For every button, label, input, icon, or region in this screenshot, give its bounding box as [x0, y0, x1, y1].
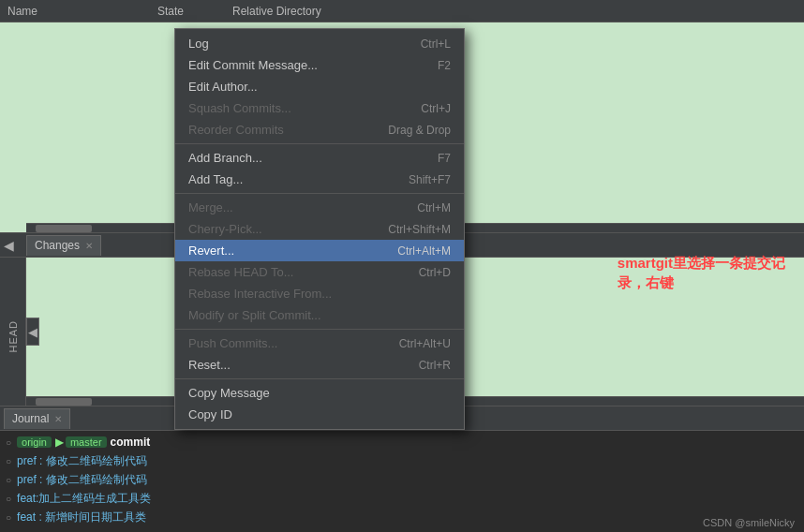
menu-item-rebase-head: Rebase HEAD To... Ctrl+D — [175, 261, 464, 283]
menu-item-reset[interactable]: Reset... Ctrl+R — [175, 354, 464, 376]
bullet-1: ○ — [6, 456, 11, 466]
menu-item-revert[interactable]: Revert... Ctrl+Alt+M — [175, 240, 464, 261]
menu-item-rebase-interactive: Rebase Interactive From... — [175, 283, 464, 304]
row4-text: feat : 新增时间日期工具类 — [17, 510, 146, 525]
watermark: CSDN @smileNicky — [703, 517, 795, 528]
menu-item-reorder: Reorder Commits Drag & Drop — [175, 119, 464, 140]
menu-item-copy-message[interactable]: Copy Message — [175, 382, 464, 404]
journal-row-4: ○ feat : 新增时间日期工具类 — [0, 508, 804, 526]
sep4 — [175, 378, 464, 379]
menu-item-copy-id[interactable]: Copy ID — [175, 404, 464, 425]
expand-handle[interactable]: ◀ — [26, 318, 39, 346]
sep1 — [175, 143, 464, 144]
journal-tab-close[interactable]: ✕ — [54, 414, 62, 424]
row1-text: pref : 修改二维码绘制代码 — [17, 453, 147, 469]
menu-item-add-branch[interactable]: Add Branch... F7 — [175, 147, 464, 169]
menu-item-log[interactable]: Log Ctrl+L — [175, 33, 464, 54]
col-state-header: State — [157, 5, 232, 18]
head-label: HEAD — [7, 320, 19, 353]
menu-item-modify-split: Modify or Split Commit... — [175, 304, 464, 326]
annotation-text: smartgit里选择一条提交记 录，右键 — [618, 253, 785, 292]
sep3 — [175, 329, 464, 330]
changes-hscroll-thumb[interactable] — [36, 398, 92, 406]
journal-row-0: ○ origin ▶ master commit — [0, 433, 804, 451]
branch-arrow: ▶ — [55, 436, 64, 449]
origin-tag: origin — [17, 436, 52, 448]
menu-item-push-commits: Push Commits... Ctrl+Alt+U — [175, 332, 464, 354]
bullet-2: ○ — [6, 475, 11, 485]
col-reldir-header: Relative Directory — [232, 5, 797, 18]
sep2 — [175, 193, 464, 194]
journal-content: ○ origin ▶ master commit ○ pref : 修改二维码绘… — [0, 431, 804, 532]
bullet-3: ○ — [6, 494, 11, 504]
menu-item-merge: Merge... Ctrl+M — [175, 197, 464, 218]
menu-item-squash: Squash Commits... Ctrl+J — [175, 97, 464, 119]
menu-item-edit-commit-msg[interactable]: Edit Commit Message... F2 — [175, 54, 464, 76]
journal-row-3: ○ feat:加上二维码生成工具类 — [0, 489, 804, 508]
menu-item-cherry-pick: Cherry-Pick... Ctrl+Shift+M — [175, 218, 464, 240]
journal-row-2: ○ pref : 修改二维码绘制代码 — [0, 470, 804, 489]
menu-item-add-tag[interactable]: Add Tag... Shift+F7 — [175, 169, 464, 190]
top-hscroll-thumb[interactable] — [36, 225, 92, 232]
row3-text: feat:加上二维码生成工具类 — [17, 491, 151, 507]
tab-changes[interactable]: Changes ✕ — [26, 235, 101, 256]
commit-label: commit — [111, 436, 151, 449]
menu-item-edit-author[interactable]: Edit Author... — [175, 76, 464, 97]
bullet-0: ○ — [6, 437, 11, 448]
head-sidebar: HEAD — [0, 258, 26, 406]
row2-text: pref : 修改二维码绘制代码 — [17, 472, 147, 488]
left-collapse-arrow[interactable]: ◀ — [4, 238, 22, 253]
bullet-4: ○ — [6, 512, 11, 523]
journal-row-1: ○ pref : 修改二维码绘制代码 — [0, 451, 804, 470]
master-tag: master — [66, 436, 107, 448]
tab-journal[interactable]: Journal ✕ — [4, 408, 70, 429]
column-header-bar: Name State Relative Directory — [0, 0, 804, 22]
context-menu: Log Ctrl+L Edit Commit Message... F2 Edi… — [174, 28, 465, 430]
changes-tab-close[interactable]: ✕ — [85, 241, 93, 251]
col-name-header: Name — [7, 5, 157, 18]
